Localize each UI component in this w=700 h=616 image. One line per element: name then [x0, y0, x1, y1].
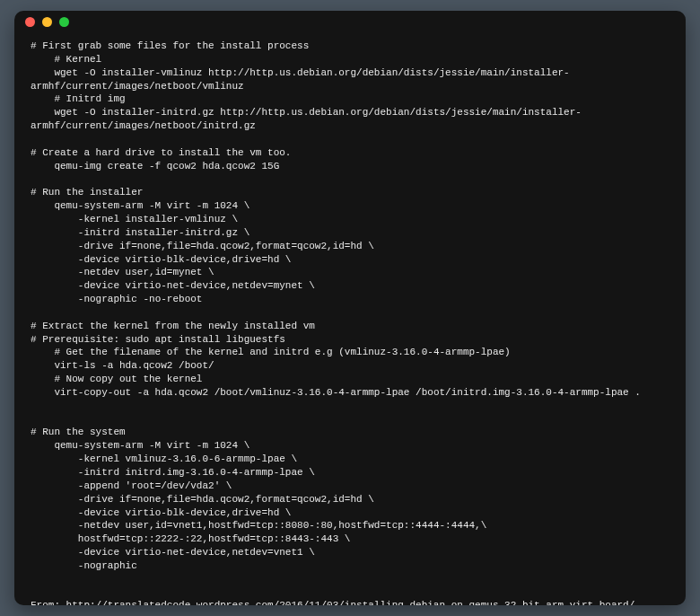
terminal-line: -kernel installer-vmlinuz \ — [31, 213, 671, 226]
terminal-line: # Get the filename of the kernel and ini… — [31, 346, 671, 359]
terminal-line: # First grab some files for the install … — [31, 40, 671, 53]
terminal-line: # Run the installer — [31, 186, 671, 199]
terminal-line — [31, 400, 671, 413]
terminal-line: wget -O installer-vmlinuz http://http.us… — [31, 66, 671, 93]
terminal-line: -append 'root=/dev/vda2' \ — [31, 480, 671, 493]
terminal-line: -kernel vmlinuz-3.16.0-6-armmp-lpae \ — [31, 453, 671, 466]
terminal-line: hostfwd=tcp::2222-:22,hostfwd=tcp::8443-… — [31, 532, 671, 546]
terminal-line: -nographic -no-reboot — [31, 293, 671, 306]
terminal-line: virt-copy-out -a hda.qcow2 /boot/vmlinuz… — [31, 386, 671, 400]
terminal-line: From: http://translatedcode.wordpress.co… — [31, 599, 671, 605]
terminal-line: # Run the system — [31, 426, 671, 439]
terminal-line: -device virtio-net-device,netdev=mynet \ — [31, 279, 671, 293]
terminal-line: wget -O installer-initrd.gz http://http.… — [31, 106, 671, 133]
terminal-line: # Now copy out the kernel — [31, 373, 671, 386]
terminal-line: # Extract the kernel from the newly inst… — [31, 320, 671, 333]
terminal-line — [31, 172, 671, 186]
terminal-line: virt-ls -a hda.qcow2 /boot/ — [31, 359, 671, 373]
terminal-line: qemu-system-arm -M virt -m 1024 \ — [31, 199, 671, 213]
terminal-line: -device virtio-blk-device,drive=hd \ — [31, 253, 671, 267]
terminal-line — [31, 306, 671, 320]
terminal-content: # First grab some files for the install … — [14, 32, 686, 605]
terminal-line: -drive if=none,file=hda.qcow2,format=qco… — [31, 240, 671, 253]
terminal-line: -netdev user,id=vnet1,hostfwd=tcp::8080-… — [31, 519, 671, 532]
terminal-line — [31, 586, 671, 600]
terminal-line — [31, 413, 671, 427]
terminal-line — [31, 133, 671, 146]
close-icon[interactable] — [25, 17, 35, 27]
zoom-icon[interactable] — [59, 17, 69, 27]
minimize-icon[interactable] — [42, 17, 52, 27]
terminal-window: # First grab some files for the install … — [14, 11, 686, 605]
terminal-line: -device virtio-blk-device,drive=hd \ — [31, 506, 671, 520]
terminal-line: -netdev user,id=mynet \ — [31, 266, 671, 279]
terminal-line: # Prerequisite: sudo apt install libgues… — [31, 333, 671, 347]
terminal-line: -initrd installer-initrd.gz \ — [31, 226, 671, 240]
window-titlebar — [14, 11, 686, 32]
terminal-line: -drive if=none,file=hda.qcow2,format=qco… — [31, 493, 671, 506]
terminal-line: # Initrd img — [31, 92, 671, 106]
terminal-line — [31, 573, 671, 586]
terminal-line: qemu-img create -f qcow2 hda.qcow2 15G — [31, 160, 671, 173]
terminal-line: # Create a hard drive to install the vm … — [31, 146, 671, 160]
terminal-line: # Kernel — [31, 53, 671, 66]
terminal-line: qemu-system-arm -M virt -m 1024 \ — [31, 439, 671, 453]
terminal-line: -device virtio-net-device,netdev=vnet1 \ — [31, 546, 671, 559]
terminal-line: -nographic — [31, 559, 671, 573]
terminal-line: -initrd initrd.img-3.16.0-4-armmp-lpae \ — [31, 466, 671, 480]
